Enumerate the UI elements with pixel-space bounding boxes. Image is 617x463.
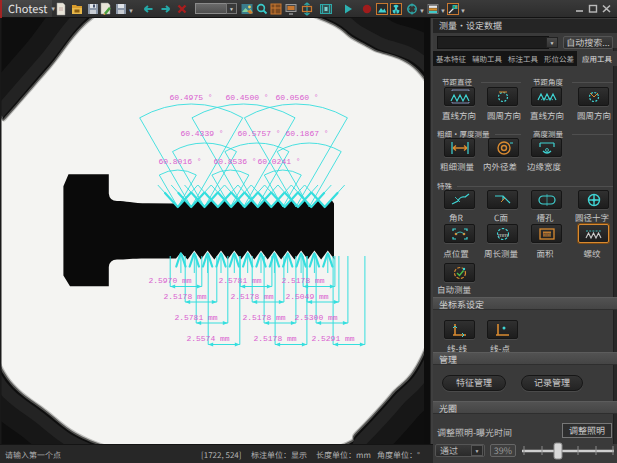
svg-text:2.5291 mm: 2.5291 mm	[311, 334, 354, 343]
svg-text:2.5178 mm: 2.5178 mm	[163, 292, 206, 301]
svg-text:2.5781 mm: 2.5781 mm	[174, 313, 217, 322]
svg-text:2.5781 mm: 2.5781 mm	[218, 276, 261, 285]
svg-text:2.5178 mm: 2.5178 mm	[242, 313, 285, 322]
svg-text:60.4975 °: 60.4975 °	[169, 93, 212, 102]
svg-text:2.5574 mm: 2.5574 mm	[186, 334, 229, 343]
svg-text:2.5178 mm: 2.5178 mm	[281, 276, 324, 285]
svg-text:60.4339 °: 60.4339 °	[180, 129, 223, 138]
svg-text:60.0241 °: 60.0241 °	[257, 157, 300, 166]
svg-text:60.4500 °: 60.4500 °	[225, 93, 268, 102]
svg-text:60.0560 °: 60.0560 °	[275, 93, 318, 102]
svg-text:2.5178 mm: 2.5178 mm	[253, 334, 296, 343]
svg-text:60.8016 °: 60.8016 °	[158, 157, 201, 166]
svg-text:2.5049 mm: 2.5049 mm	[285, 292, 328, 301]
svg-text:60.8536 °: 60.8536 °	[213, 157, 256, 166]
svg-text:mm: mm	[543, 232, 551, 237]
svg-text:2.5300 mm: 2.5300 mm	[294, 313, 337, 322]
svg-text:2.5178 mm: 2.5178 mm	[230, 292, 273, 301]
svg-text:2.5970 mm: 2.5970 mm	[148, 276, 191, 285]
svg-text:60.5757 °: 60.5757 °	[237, 129, 280, 138]
svg-text:60.1867 °: 60.1867 °	[285, 129, 328, 138]
svg-text:mm: mm	[498, 232, 508, 238]
